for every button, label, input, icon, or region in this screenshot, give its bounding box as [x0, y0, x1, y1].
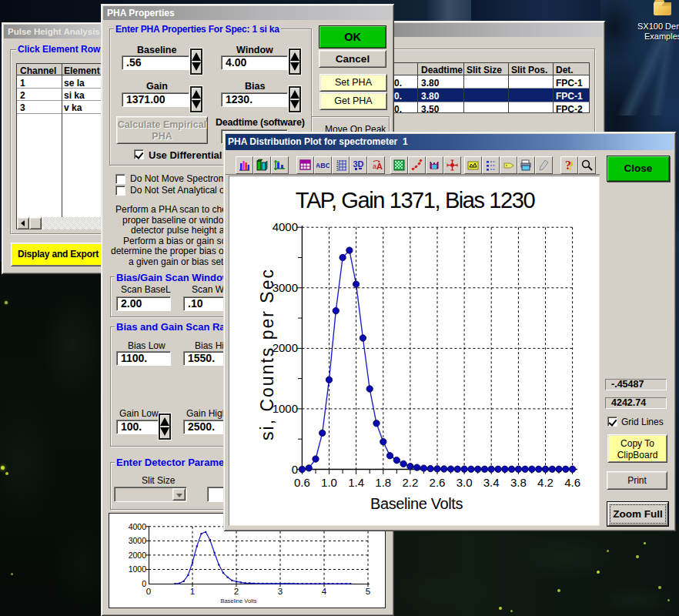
svg-text:3: 3 [278, 587, 283, 596]
svg-text:1000: 1000 [129, 564, 147, 574]
svg-text:4.6: 4.6 [564, 476, 580, 489]
svg-text:3000: 3000 [129, 536, 147, 545]
svg-text:4000: 4000 [129, 522, 147, 531]
svg-text:4.2: 4.2 [537, 476, 554, 489]
svg-text:4000: 4000 [273, 220, 298, 233]
svg-text:2.6: 2.6 [430, 476, 446, 489]
svg-text:?: ? [565, 159, 571, 172]
svg-text:3: 3 [336, 167, 339, 172]
svg-text:2.2: 2.2 [402, 476, 418, 489]
svg-text:2000: 2000 [129, 551, 147, 560]
svg-text:A: A [376, 162, 383, 171]
svg-text:Baseline Volts: Baseline Volts [370, 495, 463, 512]
svg-text:5: 5 [366, 587, 370, 596]
svg-text:4: 4 [322, 587, 327, 596]
svg-text:0: 0 [292, 463, 298, 476]
svg-text:1: 1 [190, 587, 195, 596]
svg-text:3.4: 3.4 [483, 476, 500, 489]
svg-text:Baseline Volts: Baseline Volts [220, 598, 256, 604]
svg-text:2000: 2000 [273, 341, 298, 354]
svg-text:TAP, Gain 1371, Bias 1230: TAP, Gain 1371, Bias 1230 [296, 188, 535, 213]
svg-text:2: 2 [234, 587, 239, 596]
svg-text:1.4: 1.4 [348, 476, 364, 489]
svg-text:ABC: ABC [316, 162, 329, 169]
svg-text:1.0: 1.0 [321, 476, 337, 489]
svg-text:0: 0 [146, 587, 151, 596]
svg-text:3.8: 3.8 [510, 476, 527, 489]
svg-text:1.8: 1.8 [375, 476, 391, 489]
svg-text:1000: 1000 [273, 402, 298, 415]
svg-text:3.0: 3.0 [457, 476, 473, 489]
svg-text:3D: 3D [353, 159, 363, 169]
svg-text:0.6: 0.6 [294, 476, 310, 489]
svg-text:3000: 3000 [273, 281, 298, 294]
